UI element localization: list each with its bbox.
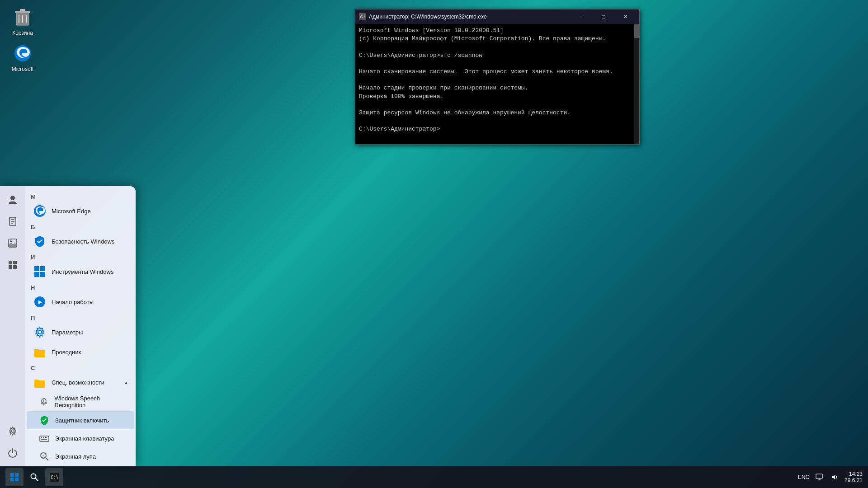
svg-rect-45 [15,478,19,481]
security-icon [33,234,47,249]
magnifier-app-name: Экранная лупа [55,453,96,460]
svg-rect-2 [20,9,25,11]
svg-line-47 [35,478,38,481]
taskbar-search-button[interactable] [25,468,43,486]
start-menu-sidebar [0,186,25,466]
svg-rect-35 [43,437,44,438]
svg-rect-30 [34,380,39,381]
svg-point-13 [10,240,12,242]
getstarted-app-name: Начало работы [52,299,94,305]
section-p: П [25,312,136,322]
edge-desktop-icon[interactable]: Microsoft [5,41,41,74]
cmd-content: Microsoft Windows [Version 10.0.22000.51… [355,24,639,144]
svg-rect-42 [10,473,14,477]
cmd-title-text: Администратор: C:\Windows\system32\cmd.e… [369,14,569,20]
sidebar-gallery-icon[interactable] [4,234,22,252]
tray-lang[interactable]: ENG [798,472,809,483]
svg-line-39 [46,458,48,460]
explorer-icon [33,345,47,359]
getstarted-icon: ► [33,295,47,309]
taskbar: C:\ ENG 14:23 29.6.21 [0,466,868,488]
spec-folder-name: Спец. возможности [52,379,124,386]
cmd-titlebar[interactable]: C:\ Администратор: C:\Windows\system32\c… [355,9,639,24]
svg-rect-23 [40,272,45,277]
recycle-bin-label: Корзина [12,30,33,36]
svg-rect-44 [10,478,14,481]
svg-text:►: ► [37,298,43,305]
settings-app-name: Параметры [52,329,83,336]
sidebar-apps-icon[interactable] [4,256,22,274]
subapp-speech[interactable]: Windows Speech Recognition [27,392,134,411]
app-edge[interactable]: Microsoft Edge [27,201,134,221]
svg-rect-28 [34,349,39,351]
cmd-scrollbar[interactable] [634,24,639,144]
clock-time: 14:23 [849,471,863,477]
close-button[interactable]: ✕ [615,9,636,24]
subapp-narrator[interactable]: Экранный диктор [27,465,134,466]
svg-text:C:\: C:\ [51,475,59,480]
taskbar-cmd-button[interactable]: C:\ [45,468,63,486]
app-get-started[interactable]: ► Начало работы [27,292,134,312]
cmd-title-icon: C:\ [359,13,366,20]
svg-rect-22 [34,272,39,277]
svg-text:+: + [42,454,44,458]
svg-rect-14 [9,261,12,264]
app-settings[interactable]: Параметры [27,322,134,342]
svg-rect-36 [45,437,47,438]
sidebar-user-icon[interactable] [4,191,22,209]
window-controls: — □ ✕ [571,9,636,24]
edge-desktop-label: Microsoft [12,66,34,72]
minimize-button[interactable]: — [571,9,592,24]
subapp-defender[interactable]: Защитник включить [27,411,134,429]
edge-icon [33,204,47,218]
app-explorer[interactable]: Проводник [27,342,134,362]
start-button[interactable] [5,468,24,486]
svg-point-18 [11,430,14,432]
wintools-app-name: Инструменты Windows [52,268,113,275]
taskbar-clock[interactable]: 14:23 29.6.21 [844,471,863,483]
taskbar-system-tray: ENG 14:23 29.6.21 [798,471,863,483]
svg-point-7 [10,196,15,200]
subapp-magnifier[interactable]: + Экранная лупа [27,447,134,465]
explorer-app-name: Проводник [52,349,81,356]
section-b: Б [25,221,136,231]
svg-rect-16 [9,265,12,269]
edge-image [12,42,33,64]
chevron-up-icon: ▲ [124,380,128,385]
clock-date: 29.6.21 [844,477,863,483]
tray-volume-icon[interactable] [829,472,840,483]
sidebar-documents-icon[interactable] [4,212,22,230]
cmd-scrollbar-thumb [634,24,639,38]
svg-rect-29 [34,380,45,388]
spec-folder-item[interactable]: Спец. возможности ▲ [27,372,134,392]
tray-display-icon[interactable] [814,472,825,483]
svg-rect-43 [15,473,19,477]
start-menu: М Microsoft Edge Б [0,186,136,466]
keyboard-icon [38,432,51,445]
start-menu-content: М Microsoft Edge Б [25,186,136,466]
maximize-button[interactable]: □ [593,9,614,24]
keyboard-app-name: Экранная клавиатура [55,435,114,442]
security-app-name: Безопасность Windows [52,238,114,245]
recycle-bin-icon[interactable]: Корзина [5,5,41,38]
svg-point-26 [38,330,42,334]
spec-folder-icon [33,375,47,389]
section-n: Н [25,282,136,292]
desktop: Корзина Microsoft C:\ Администратор: C:\… [0,0,868,488]
svg-rect-21 [40,266,45,271]
svg-rect-34 [41,437,42,438]
cmd-window: C:\ Администратор: C:\Windows\system32\c… [355,9,640,145]
app-security[interactable]: Безопасность Windows [27,231,134,251]
magnifier-icon: + [38,450,51,463]
svg-rect-17 [13,265,17,269]
subapp-keyboard[interactable]: Экранная клавиатура [27,429,134,447]
app-win-tools[interactable]: Инструменты Windows [27,262,134,282]
svg-rect-50 [816,474,822,479]
sidebar-settings-icon[interactable] [4,422,22,440]
defender-app-name: Защитник включить [55,417,109,424]
speech-app-name: Windows Speech Recognition [55,395,129,408]
settings-icon [33,325,47,339]
sidebar-power-icon[interactable] [4,444,22,462]
wintools-icon [33,264,47,279]
defender-icon [38,414,51,427]
